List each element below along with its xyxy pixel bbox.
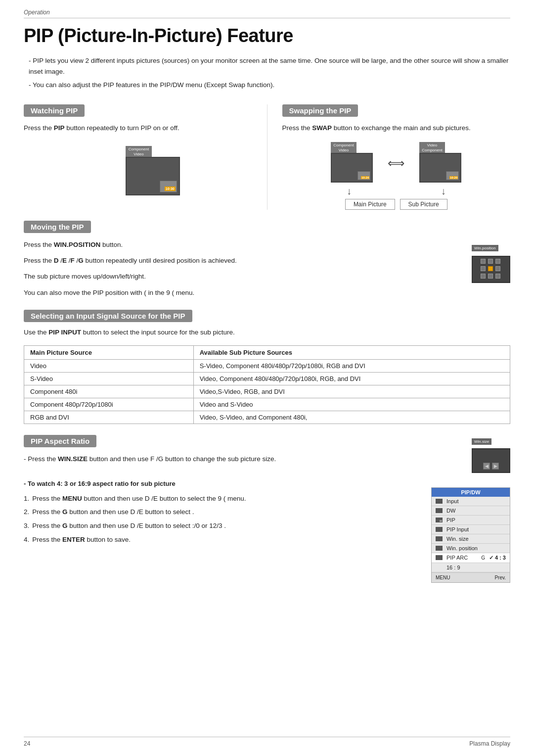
page-title: PIP (Picture-In-Picture) Feature [24,25,510,47]
menu-bottom-right: Prev. [494,575,506,580]
menu-item-win-position: Win. position [432,544,510,553]
menu-item-pip-input: PIP Input [432,525,510,534]
table-cell-main: Video [24,359,194,372]
step-item: 2.Press the G button and then use D /E b… [24,506,411,519]
table-cell-sub: Video and S-Video [193,398,510,411]
moving-pip-line2: Press the D /E /F /G button repeatedly u… [24,255,462,267]
watching-pip-monitor: ComponentVideo 10:30 [53,142,252,195]
table-header-sub: Available Sub Picture Sources [193,345,510,359]
pip-aspect-ratio-title: PIP Aspect Ratio [24,435,96,447]
watching-pip-title: Watching PIP [24,104,85,117]
watching-pip-body: Press the PIP button repeatedly to turn … [24,123,252,134]
menu-item-pip: PIP [432,516,510,525]
table-cell-sub: S-Video, Component 480i/480p/720p/1080i,… [193,359,510,372]
page-footer: 24 Plasma Display [24,737,510,747]
operation-label: Operation [24,9,510,16]
table-cell-sub: Video, Component 480i/480p/720p/1080i, R… [193,372,510,385]
step-item: 1.Press the MENU button and then use D /… [24,492,411,505]
table-row: S-VideoVideo, Component 480i/480p/720p/1… [24,372,510,385]
menu-item-16-9: 16 : 9 [432,563,510,572]
menu-item-dw: DW [432,506,510,516]
swapping-pip-illustration: ComponentVideo 10:20 ⟺ VideoComponent [282,139,511,210]
intro-bullet1: - PIP lets you view 2 different inputs p… [24,55,510,77]
moving-pip-section: Moving the PIP Press the WIN.POSITION bu… [24,221,510,303]
selecting-section: Selecting an Input Signal Source for the… [24,310,510,424]
main-picture-label: Main Picture [345,199,395,210]
table-header-main: Main Picture Source [24,345,194,359]
moving-pip-line1: Press the WIN.POSITION button. [24,239,462,251]
table-cell-sub: Video, S-Video, and Component 480i, [193,411,510,424]
table-cell-main: RGB and DVI [24,411,194,424]
swapping-pip-body: Press the SWAP button to exchange the ma… [282,123,511,134]
step-item: 4.Press the ENTER button to save. [24,533,411,546]
table-row: VideoS-Video, Component 480i/480p/720p/1… [24,359,510,372]
page-number: 24 [24,740,30,747]
table-cell-main: Component 480p/720p/1080i [24,398,194,411]
moving-pip-title: Moving the PIP [24,221,91,233]
moving-pip-line4: You can also move the PIP position with … [24,287,462,299]
pipdw-menu-image: PIP/DW Input DW PIP [421,482,510,583]
table-row: Component 480iVideo,S-Video, RGB, and DV… [24,385,510,398]
menu-item-win-size: Win. size [432,534,510,544]
pip-aspect-body: - Press the WIN.SIZE button and then use… [24,453,510,473]
selecting-pip-body: Use the PIP INPUT button to select the i… [24,327,510,338]
intro-bullet2: - You can also adjust the PIP features i… [24,80,510,91]
table-cell-main: S-Video [24,372,194,385]
menu-item-input: Input [432,497,510,506]
step-item: 3.Press the G button and then use D /E b… [24,520,411,532]
table-cell-main: Component 480i [24,385,194,398]
pip-aspect-ratio-section: PIP Aspect Ratio Win.size ◀ ▶ - Press th… [24,435,510,546]
table-cell-sub: Video,S-Video, RGB, and DVI [193,385,510,398]
win-position-image: Win.position [472,244,510,283]
menu-item-pip-arc: PIP ARC G ✓ 4 : 3 [432,553,510,563]
winsize-image: Win.size ◀ ▶ [472,437,510,473]
menu-bottom-left: MENU [436,575,450,580]
table-row: Component 480p/720p/1080iVideo and S-Vid… [24,398,510,411]
input-source-table: Main Picture Source Available Sub Pictur… [24,345,510,424]
sub-picture-label: Sub Picture [400,199,447,210]
moving-pip-line3: The sub picture moves up/down/left/right… [24,271,462,283]
selecting-pip-title: Selecting an Input Signal Source for the… [24,310,192,322]
footer-right: Plasma Display [469,740,510,747]
swapping-pip-title: Swapping the PIP [282,104,358,117]
table-row: RGB and DVIVideo, S-Video, and Component… [24,411,510,424]
